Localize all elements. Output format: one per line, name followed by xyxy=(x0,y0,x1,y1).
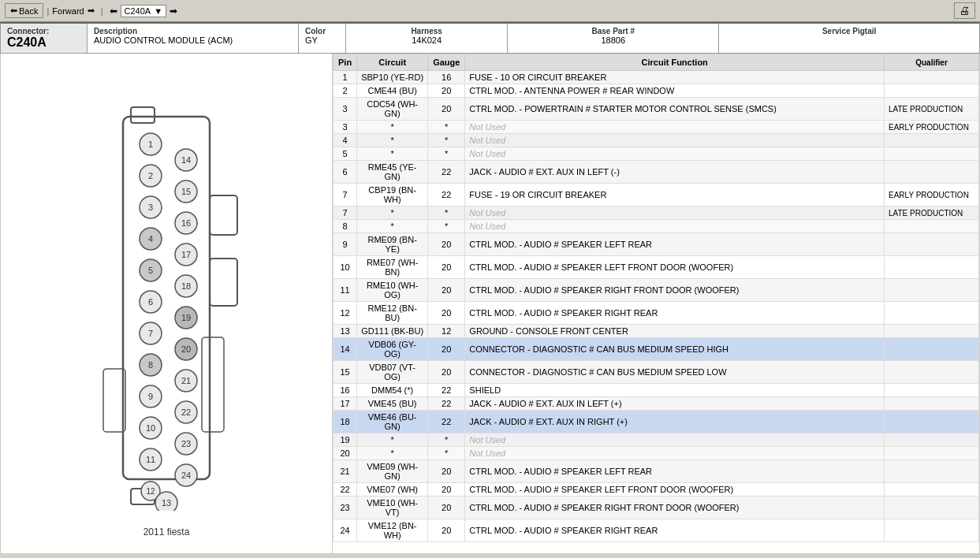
pin-cell: 8 xyxy=(333,220,357,233)
function-cell: CTRL MOD. - AUDIO # SPEAKER LEFT REAR xyxy=(465,460,885,483)
print-button[interactable]: 🖨 xyxy=(954,2,975,19)
gauge-cell: 20 xyxy=(428,302,465,325)
svg-text:19: 19 xyxy=(181,313,191,322)
pin-cell: 5 xyxy=(333,147,357,161)
table-header-row: Pin Circuit Gauge Circuit Function Quali… xyxy=(333,54,979,71)
circuit-cell: VME45 (BU) xyxy=(357,397,428,411)
desc-label: Description xyxy=(94,27,292,35)
back-button[interactable]: ⬅ Back xyxy=(5,3,43,18)
main-content: 1 2 3 4 5 6 7 8 xyxy=(0,54,980,554)
svg-text:8: 8 xyxy=(148,360,153,370)
qualifier-cell: EARLY PRODUCTION xyxy=(885,184,979,206)
table-row: 14 VDB06 (GY-OG) 20 CONNECTOR - DIAGNOST… xyxy=(333,338,979,361)
table-row: 9 RME09 (BN-YE) 20 CTRL MOD. - AUDIO # S… xyxy=(333,233,979,256)
qualifier-cell xyxy=(885,384,979,397)
harness-label: Harness xyxy=(352,27,501,35)
circuit-cell: CBP19 (BN-WH) xyxy=(357,184,428,206)
qualifier-cell xyxy=(885,220,979,233)
svg-rect-5 xyxy=(202,337,224,432)
gauge-cell: 20 xyxy=(428,84,465,98)
nav-dropdown[interactable]: C240A ▼ xyxy=(121,5,167,17)
circuit-cell: * xyxy=(357,447,428,460)
svg-text:4: 4 xyxy=(148,234,153,244)
pin-table: Pin Circuit Gauge Circuit Function Quali… xyxy=(333,54,979,542)
table-row: 11 RME10 (WH-OG) 20 CTRL MOD. - AUDIO # … xyxy=(333,279,979,302)
svg-text:16: 16 xyxy=(181,218,191,228)
table-row: 13 GD111 (BK-BU) 12 GROUND - CONSOLE FRO… xyxy=(333,325,979,338)
gauge-cell: * xyxy=(428,134,465,147)
svg-text:15: 15 xyxy=(181,187,191,196)
circuit-cell: RME09 (BN-YE) xyxy=(357,233,428,256)
qualifier-cell xyxy=(885,397,979,411)
svg-text:6: 6 xyxy=(148,297,153,307)
col-function-header: Circuit Function xyxy=(465,54,885,71)
qualifier-cell xyxy=(885,483,979,497)
qualifier-cell xyxy=(885,161,979,184)
pin-cell: 12 xyxy=(333,302,357,325)
function-cell: CTRL MOD. - POWERTRAIN # STARTER MOTOR C… xyxy=(465,98,885,121)
table-area[interactable]: Pin Circuit Gauge Circuit Function Quali… xyxy=(332,54,979,553)
connector-cell: Connector: C240A xyxy=(1,24,88,53)
table-row: 16 DMM54 (*) 22 SHIELD xyxy=(333,384,979,397)
harness-value: 14K024 xyxy=(412,35,442,45)
svg-text:13: 13 xyxy=(162,498,171,508)
function-cell: CTRL MOD. - AUDIO # SPEAKER LEFT FRONT D… xyxy=(465,256,885,279)
pin-cell: 11 xyxy=(333,279,357,302)
connector-svg: 1 2 3 4 5 6 7 8 xyxy=(80,101,253,511)
nav-left-icon: ⬅ xyxy=(110,6,117,17)
circuit-cell: * xyxy=(357,206,428,220)
svg-text:12: 12 xyxy=(146,487,155,496)
function-cell: CONNECTOR - DIAGNOSTIC # CAN BUS MEDIUM … xyxy=(465,338,885,361)
circuit-cell: * xyxy=(357,134,428,147)
function-cell: JACK - AUDIO # EXT. AUX IN LEFT (+) xyxy=(465,397,885,411)
function-cell: JACK - AUDIO # EXT. AUX IN RIGHT (+) xyxy=(465,411,885,433)
base-value: 18806 xyxy=(601,35,625,45)
function-cell: Not Used xyxy=(465,220,885,233)
gauge-cell: 22 xyxy=(428,384,465,397)
svg-text:5: 5 xyxy=(148,266,153,275)
circuit-cell: VDB07 (VT-OG) xyxy=(357,361,428,384)
table-row: 5 * * Not Used xyxy=(333,147,979,161)
svg-text:23: 23 xyxy=(181,439,191,448)
circuit-cell: * xyxy=(357,147,428,161)
svg-rect-0 xyxy=(123,117,210,479)
gauge-cell: 20 xyxy=(428,497,465,519)
table-row: 12 RME12 (BN-BU) 20 CTRL MOD. - AUDIO # … xyxy=(333,302,979,325)
function-cell: Not Used xyxy=(465,433,885,447)
connector-diagram: 1 2 3 4 5 6 7 8 xyxy=(80,101,253,512)
qualifier-cell: LATE PRODUCTION xyxy=(885,98,979,121)
svg-rect-4 xyxy=(210,259,237,306)
svg-text:10: 10 xyxy=(146,423,155,433)
svg-text:20: 20 xyxy=(181,344,191,354)
circuit-cell: RME12 (BN-BU) xyxy=(357,302,428,325)
table-row: 3 CDC54 (WH-GN) 20 CTRL MOD. - POWERTRAI… xyxy=(333,98,979,121)
circuit-cell: * xyxy=(357,433,428,447)
qualifier-cell xyxy=(885,71,979,84)
function-cell: Not Used xyxy=(465,147,885,161)
table-row: 17 VME45 (BU) 22 JACK - AUDIO # EXT. AUX… xyxy=(333,397,979,411)
gauge-cell: 20 xyxy=(428,483,465,497)
pin-cell: 1 xyxy=(333,71,357,84)
pigtail-cell: Service Pigtail xyxy=(719,24,979,53)
desc-value: AUDIO CONTROL MODULE (ACM) xyxy=(94,35,233,45)
gauge-cell: * xyxy=(428,121,465,134)
qualifier-cell xyxy=(885,302,979,325)
function-cell: CTRL MOD. - AUDIO # SPEAKER RIGHT FRONT … xyxy=(465,497,885,519)
gauge-cell: * xyxy=(428,220,465,233)
function-cell: Not Used xyxy=(465,134,885,147)
print-icon: 🖨 xyxy=(960,5,970,17)
svg-text:3: 3 xyxy=(148,203,153,212)
function-cell: FUSE - 19 OR CIRCUIT BREAKER xyxy=(465,184,885,206)
gauge-cell: 20 xyxy=(428,361,465,384)
table-row: 7 * * Not Used LATE PRODUCTION xyxy=(333,206,979,220)
qualifier-cell xyxy=(885,84,979,98)
circuit-cell: CME44 (BU) xyxy=(357,84,428,98)
circuit-cell: RME45 (YE-GN) xyxy=(357,161,428,184)
qualifier-cell xyxy=(885,411,979,433)
pin-cell: 21 xyxy=(333,460,357,483)
gauge-cell: * xyxy=(428,447,465,460)
svg-text:9: 9 xyxy=(148,392,153,401)
col-qualifier-header: Qualifier xyxy=(885,54,979,71)
svg-text:22: 22 xyxy=(181,407,191,417)
col-gauge-header: Gauge xyxy=(428,54,465,71)
